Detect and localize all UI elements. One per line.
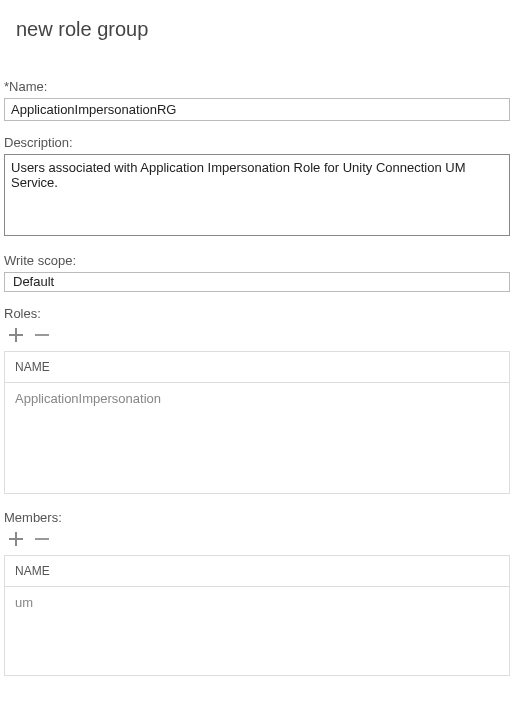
members-toolbar — [4, 531, 510, 547]
name-input[interactable] — [4, 98, 510, 121]
write-scope-label: Write scope: — [4, 253, 510, 268]
page-title: new role group — [0, 0, 514, 41]
add-member-button[interactable] — [8, 531, 24, 547]
members-table: NAME um — [4, 555, 510, 676]
description-label: Description: — [4, 135, 510, 150]
minus-icon — [35, 532, 49, 546]
plus-icon — [9, 328, 23, 342]
svg-rect-1 — [35, 538, 49, 540]
table-row[interactable]: um — [5, 587, 509, 618]
svg-rect-0 — [35, 334, 49, 336]
members-column-header: NAME — [5, 556, 509, 587]
roles-label: Roles: — [4, 306, 510, 321]
roles-table: NAME ApplicationImpersonation — [4, 351, 510, 494]
roles-toolbar — [4, 327, 510, 343]
table-row[interactable]: ApplicationImpersonation — [5, 383, 509, 414]
plus-icon — [9, 532, 23, 546]
add-role-button[interactable] — [8, 327, 24, 343]
members-list-body: um — [5, 587, 509, 675]
write-scope-select[interactable]: Default — [4, 272, 510, 292]
name-label: *Name: — [4, 79, 510, 94]
members-label: Members: — [4, 510, 510, 525]
role-group-form: *Name: Description: Users associated wit… — [0, 79, 514, 676]
remove-role-button[interactable] — [34, 327, 50, 343]
minus-icon — [35, 328, 49, 342]
remove-member-button[interactable] — [34, 531, 50, 547]
roles-list-body: ApplicationImpersonation — [5, 383, 509, 493]
description-textarea[interactable]: Users associated with Application Impers… — [4, 154, 510, 236]
roles-column-header: NAME — [5, 352, 509, 383]
